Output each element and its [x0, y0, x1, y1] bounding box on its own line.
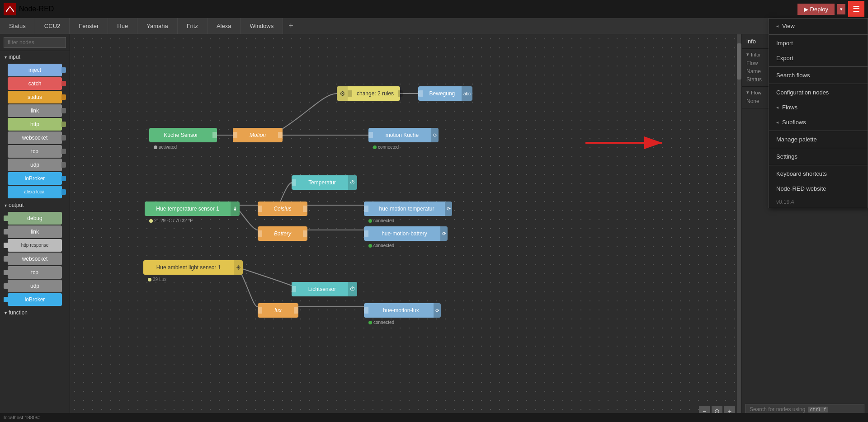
- node-udp-out[interactable]: udp: [4, 280, 66, 292]
- menu-import-label: Import: [776, 40, 793, 47]
- node-inject[interactable]: inject: [4, 64, 66, 76]
- menu-item-view[interactable]: ◂ View: [769, 19, 868, 33]
- node-lux[interactable]: lux: [258, 303, 298, 318]
- deploy-label: Deploy: [810, 6, 828, 13]
- node-status[interactable]: status: [4, 91, 66, 103]
- node-temperatur-label: Temperatur: [296, 179, 348, 186]
- port-left: [292, 179, 296, 186]
- node-websocket-out[interactable]: websocket: [4, 253, 66, 265]
- menu-config-nodes-label: Configuration nodes: [776, 89, 829, 96]
- tab-hue[interactable]: Hue: [108, 18, 137, 34]
- add-tab-button[interactable]: +: [283, 18, 299, 34]
- node-link-out-label: link: [8, 225, 62, 238]
- tab-alexa[interactable]: Alexa: [208, 18, 241, 34]
- node-hue-motion-lux[interactable]: hue-motion-lux ⟳ connected: [364, 303, 441, 318]
- port-right: [61, 162, 66, 168]
- port-left: [364, 230, 368, 237]
- node-motion-kuche[interactable]: motion Küche ⟳ connected: [368, 128, 439, 142]
- node-alexa-local-label: alexa local: [8, 186, 62, 198]
- node-udp-in[interactable]: udp: [4, 159, 66, 171]
- vertical-scrollbar[interactable]: [737, 34, 741, 417]
- node-alexa-local[interactable]: alexa local: [4, 186, 66, 198]
- node-tcp-out[interactable]: tcp: [4, 266, 66, 279]
- tab-fenster[interactable]: Fenster: [70, 18, 108, 34]
- menu-view-label: View: [782, 23, 795, 29]
- change-icon: ⚙: [337, 86, 348, 101]
- v-scroll-thumb[interactable]: [737, 43, 741, 80]
- node-tcp-in-label: tcp: [8, 145, 62, 158]
- tab-windows[interactable]: Windows: [241, 18, 283, 34]
- motion-kuche-icon: ⟳: [431, 128, 439, 142]
- thermometer-icon: 🌡: [231, 202, 240, 216]
- node-http-response[interactable]: http response: [4, 239, 66, 252]
- node-tcp-in[interactable]: tcp: [4, 145, 66, 158]
- node-link-out[interactable]: link: [4, 225, 66, 238]
- node-iobroker-out[interactable]: ioBroker: [4, 293, 66, 306]
- node-hue-temp-sensor-label: Hue temperature sensor 1: [145, 206, 231, 212]
- node-websocket-in[interactable]: websocket: [4, 131, 66, 144]
- port-right: [61, 67, 66, 73]
- port-left: [348, 90, 352, 97]
- palette-section-input[interactable]: ▾ input: [0, 51, 70, 63]
- node-celsius[interactable]: Celsius: [258, 202, 307, 216]
- node-hue-motion-battery-label: hue-motion-battery: [368, 230, 440, 237]
- chevron-infor: ▾: [746, 52, 749, 57]
- deploy-button[interactable]: ▶ Deploy: [797, 4, 835, 15]
- node-link-in-label: link: [8, 104, 62, 117]
- menu-item-search-flows[interactable]: Search flows: [769, 68, 868, 83]
- canvas-area[interactable]: ⚙ change: 2 rules Bewegung abc Küche Sen…: [70, 34, 741, 422]
- bewegung-badge: abc: [462, 86, 472, 101]
- node-hue-motion-battery[interactable]: hue-motion-battery ⟳ connected: [364, 226, 448, 241]
- tab-fritz[interactable]: Fritz: [178, 18, 208, 34]
- node-kuche-sensor[interactable]: Küche Sensor activated: [149, 128, 217, 142]
- subflows-submenu-icon: ◂: [776, 120, 778, 125]
- node-catch-label: catch: [8, 77, 62, 90]
- palette-scroll[interactable]: ▾ input inject catch status link: [0, 51, 70, 422]
- tab-status[interactable]: Status: [0, 18, 35, 34]
- node-bewegung[interactable]: Bewegung abc: [418, 86, 472, 101]
- node-inject-label: inject: [8, 64, 62, 76]
- status-dot: [368, 321, 372, 324]
- menu-item-settings[interactable]: Settings: [769, 149, 868, 164]
- port-right: [212, 132, 217, 138]
- sun-icon: ☀: [234, 260, 243, 275]
- tab-ccu2[interactable]: CCU2: [35, 18, 70, 34]
- menu-item-manage-palette[interactable]: Manage palette: [769, 132, 868, 147]
- palette-section-function[interactable]: ▾ function: [0, 307, 70, 319]
- node-hue-motion-temperatur[interactable]: hue-motion-temperatur ⟳ connected: [364, 202, 452, 216]
- node-lichtsensor[interactable]: Lichtsensor ⏱: [292, 282, 357, 296]
- port-left: [292, 286, 296, 292]
- deploy-dropdown-button[interactable]: ▾: [837, 4, 845, 14]
- tabbar: Status CCU2 Fenster Hue Yamaha Fritz Ale…: [0, 18, 868, 34]
- node-iobroker-in[interactable]: ioBroker: [4, 172, 66, 185]
- port-right: [61, 189, 66, 195]
- node-http-in[interactable]: http: [4, 118, 66, 131]
- menu-item-config-nodes[interactable]: Configuration nodes: [769, 85, 868, 100]
- menu-item-import[interactable]: Import: [769, 36, 868, 51]
- dropdown-menu: ◂ View Import Export Search flows Config…: [769, 18, 868, 208]
- node-temperatur[interactable]: Temperatur ⏱: [292, 175, 357, 190]
- menu-item-export[interactable]: Export: [769, 51, 868, 66]
- hue-ambient-status: 39 Lux: [148, 277, 166, 282]
- node-battery[interactable]: Battery: [258, 226, 307, 241]
- node-change2rules[interactable]: ⚙ change: 2 rules: [337, 86, 400, 101]
- node-link-in[interactable]: link: [4, 104, 66, 117]
- node-hue-temp-sensor[interactable]: Hue temperature sensor 1 🌡 21.29 °C / 70…: [145, 202, 240, 216]
- hue-temp-status: 21.29 °C / 70.32 °F: [149, 218, 193, 223]
- hamburger-menu-button[interactable]: ☰: [848, 1, 864, 17]
- node-motion[interactable]: Motion: [233, 128, 283, 142]
- menu-item-subflows[interactable]: ◂ Subflows: [769, 115, 868, 130]
- node-debug[interactable]: debug: [4, 212, 66, 225]
- palette-section-output[interactable]: ▾ output: [0, 199, 70, 211]
- node-catch[interactable]: catch: [4, 77, 66, 90]
- menu-item-keyboard-shortcuts[interactable]: Keyboard shortcuts: [769, 166, 868, 181]
- tab-yamaha[interactable]: Yamaha: [137, 18, 177, 34]
- view-submenu-icon: ◂: [776, 23, 778, 28]
- menu-item-flows[interactable]: ◂ Flows: [769, 100, 868, 115]
- hamburger-icon: ☰: [853, 4, 860, 14]
- menu-item-nodered-website[interactable]: Node-RED website: [769, 181, 868, 196]
- node-hue-ambient[interactable]: Hue ambient light sensor 1 ☀ 39 Lux: [143, 260, 243, 275]
- node-hue-motion-lux-label: hue-motion-lux: [368, 307, 434, 314]
- right-panel-title: info: [746, 38, 756, 45]
- filter-nodes-input[interactable]: [4, 37, 66, 48]
